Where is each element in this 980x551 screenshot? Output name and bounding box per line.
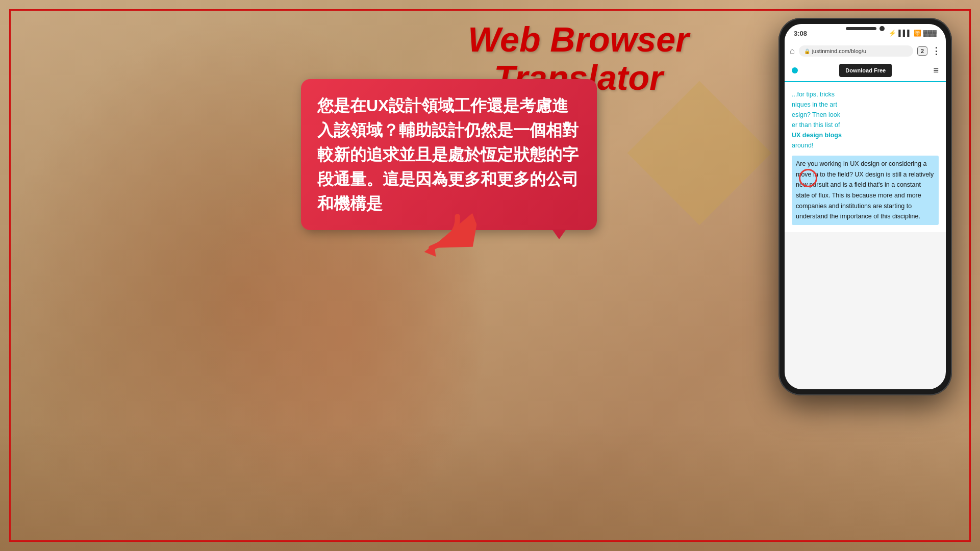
nav-logo-dot (792, 67, 798, 73)
wifi-icon: 🛜 (914, 30, 921, 37)
battery-icon: ▓▓▓ (923, 30, 937, 37)
site-nav-bar: Download Free ≡ (785, 60, 946, 82)
nav-hamburger-icon[interactable]: ≡ (933, 65, 939, 76)
phone-notch (846, 26, 885, 31)
browser-menu-icon[interactable]: ⋮ (932, 45, 941, 57)
phone-speaker (846, 27, 876, 30)
background-couch (0, 423, 980, 551)
highlighted-paragraph: Are you working in UX design or consider… (792, 156, 939, 225)
browser-address-row[interactable]: ⌂ 🔒 justinmind.com/blog/u 2 ⋮ (785, 42, 946, 60)
status-time: 3:08 (794, 30, 807, 37)
phone-container: 3:08 ⚡ ▌▌▌ 🛜 ▓▓▓ ⌂ 🔒 justinmind.com/blog… (778, 18, 952, 395)
lock-icon: 🔒 (804, 48, 810, 54)
phone-screen[interactable]: 3:08 ⚡ ▌▌▌ 🛜 ▓▓▓ ⌂ 🔒 justinmind.com/blog… (785, 24, 946, 389)
address-bar[interactable]: 🔒 justinmind.com/blog/u (799, 45, 913, 57)
highlighted-section: Are you working in UX design or consider… (792, 156, 939, 225)
phone-body: 3:08 ⚡ ▌▌▌ 🛜 ▓▓▓ ⌂ 🔒 justinmind.com/blog… (778, 18, 952, 395)
translation-text: 您是在UX設計領域工作還是考慮進入該領域？輔助設計仍然是一個相對較新的追求並且是… (317, 93, 581, 216)
notification-icon: ⚡ (889, 30, 896, 37)
tab-count[interactable]: 2 (917, 46, 927, 56)
phone-camera (880, 26, 885, 31)
arrow-icon (408, 199, 479, 270)
status-icons: ⚡ ▌▌▌ 🛜 ▓▓▓ (889, 30, 937, 37)
content-top-text: ...for tips, tricks niques in the art es… (792, 89, 939, 151)
download-button[interactable]: Download Free (839, 64, 892, 77)
signal-bars: ▌▌▌ (898, 30, 912, 37)
arrow-container (413, 204, 474, 267)
highlighted-text: Are you working in UX design or consider… (796, 160, 934, 220)
home-button[interactable]: ⌂ (790, 46, 795, 56)
content-area: ...for tips, tricks niques in the art es… (785, 82, 946, 232)
url-text[interactable]: justinmind.com/blog/u (812, 48, 866, 54)
